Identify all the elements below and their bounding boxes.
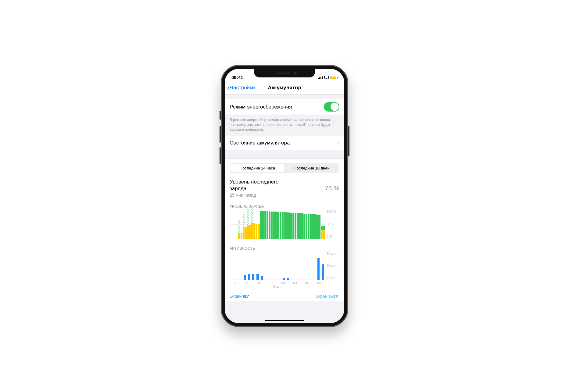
low-power-mode-description: В режиме энергосбережения снижается фоно… [225,115,344,136]
legend-screen-on: Экран вкл. [230,294,251,299]
x-axis: 12 15 18 21 00 03 06 09 6 авг. [230,280,325,285]
xaxis-day-label: 6 авг. [273,285,281,288]
time-range-segmented: Последние 24 часа Последние 10 дней [230,163,339,173]
screen: 09:41 ‹ Настройки Аккумулятор Режим энер… [225,69,344,323]
last-charge-title-1: Уровень последнего [230,179,278,185]
low-power-mode-label: Режим энергосбережения [230,104,292,110]
yaxis-100: 100 % [327,210,339,213]
battery-health-cell[interactable]: Состояние аккумулятора › [225,136,344,150]
last-charge-percent: 78 % [325,184,339,192]
activity-legend: Экран вкл. Экран выкл. [225,285,344,301]
yaxis-0min: 0 мин [327,276,339,279]
page-title: Аккумулятор [268,85,301,91]
segment-24h[interactable]: Последние 24 часа [230,164,284,173]
last-charge-row: Уровень последнего заряда 25 мин назад 7… [225,177,344,201]
home-indicator[interactable] [265,320,304,321]
back-button[interactable]: ‹ Настройки [227,84,255,92]
low-power-mode-cell: Режим энергосбережения [225,99,344,115]
activity-chart: АКТИВНОСТЬ 60 мин 30 мин 0 мин [225,243,344,285]
yaxis-0: 0 % [327,235,339,238]
phone-frame: 09:41 ‹ Настройки Аккумулятор Режим энер… [221,65,348,327]
activity-chart-title: АКТИВНОСТЬ [230,246,339,251]
low-power-mode-switch[interactable] [324,102,339,112]
notch [254,69,315,77]
status-time: 09:41 [231,75,243,81]
yaxis-50: 50 % [327,222,339,226]
back-label: Настройки [230,85,255,91]
nav-bar: ‹ Настройки Аккумулятор [225,81,344,94]
wifi-icon [324,76,329,79]
yaxis-60min: 60 мин [327,252,339,255]
battery-level-chart: УРОВЕНЬ ЗАРЯДА ⚡⚡ 100 % 50 % 0 % [225,201,344,239]
cellular-icon [318,76,323,79]
legend-screen-off: Экран выкл. [315,294,339,299]
last-charge-subtitle: 25 мин назад [230,193,278,198]
yaxis-30min: 30 мин [327,264,339,267]
chevron-right-icon: › [337,139,339,146]
segment-10d[interactable]: Последние 10 дней [284,164,339,173]
battery-icon [330,76,338,79]
content[interactable]: Режим энергосбережения В режиме энергосб… [225,94,344,323]
last-charge-title-2: заряда [230,185,278,192]
battery-health-label: Состояние аккумулятора [230,140,290,146]
battery-level-chart-title: УРОВЕНЬ ЗАРЯДА [230,204,339,208]
